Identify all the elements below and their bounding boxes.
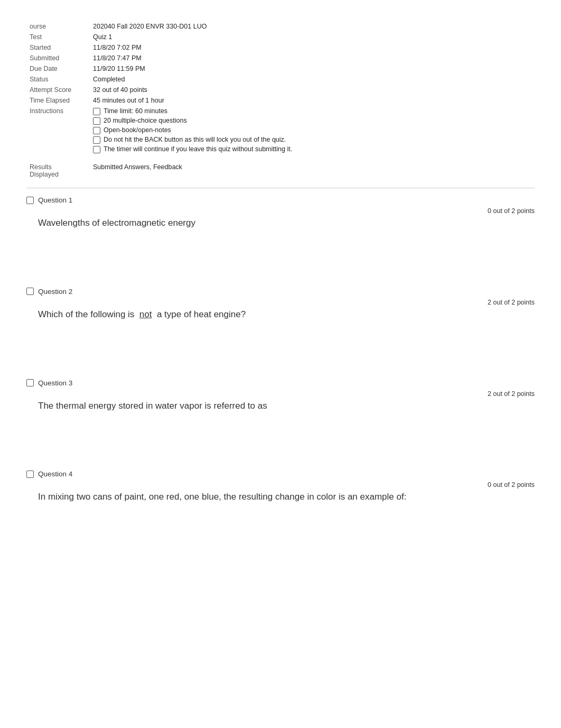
instruction-text: Do not hit the BACK button as this will …: [104, 136, 286, 143]
test-label: Test: [26, 32, 90, 42]
answer-area-2: [26, 321, 535, 363]
attempt-score-row: Attempt Score 32 out of 40 points: [26, 85, 396, 95]
question-block-1: Question 10 out of 2 pointsWavelengths o…: [26, 196, 535, 272]
score-text-3: 2 out of 2 points: [488, 390, 535, 398]
question-header-3: Question 3: [26, 379, 535, 387]
info-table: ourse 202040 Fall 2020 ENVR 330-D01 LUO …: [26, 21, 396, 156]
attempt-score-value: 32 out of 40 points: [90, 85, 396, 95]
results-displayed: Results Displayed Submitted Answers, Fee…: [26, 162, 535, 180]
question-block-2: Question 22 out of 2 pointsWhich of the …: [26, 288, 535, 363]
instruction-item: Do not hit the BACK button as this will …: [93, 136, 393, 144]
submitted-value: 11/8/20 7:47 PM: [90, 53, 396, 63]
test-row: Test Quiz 1: [26, 32, 396, 42]
bullet-icon: [93, 146, 100, 153]
started-row: Started 11/8/20 7:02 PM: [26, 42, 396, 53]
instruction-text: 20 multiple-choice questions: [104, 117, 187, 124]
question-score-1: 0 out of 2 points: [26, 207, 535, 215]
status-row: Status Completed: [26, 74, 396, 85]
question-score-3: 2 out of 2 points: [26, 390, 535, 398]
started-value: 11/8/20 7:02 PM: [90, 42, 396, 53]
question-block-4: Question 40 out of 2 pointsIn mixing two…: [26, 470, 535, 546]
submitted-label: Submitted: [26, 53, 90, 63]
attempt-score-label: Attempt Score: [26, 85, 90, 95]
status-value: Completed: [90, 74, 396, 85]
question-icon-1: [26, 197, 34, 204]
time-elapsed-value: 45 minutes out of 1 hour: [90, 95, 396, 106]
question-icon-4: [26, 471, 34, 478]
question-title-3: Question 3: [38, 379, 72, 387]
bullet-icon: [93, 136, 100, 144]
question-title-1: Question 1: [38, 196, 72, 204]
question-title-4: Question 4: [38, 470, 72, 478]
score-text-2: 2 out of 2 points: [488, 299, 535, 306]
due-date-label: Due Date: [26, 63, 90, 74]
instruction-item: The timer will continue if you leave thi…: [93, 145, 393, 153]
submitted-row: Submitted 11/8/20 7:47 PM: [26, 53, 396, 63]
bullet-icon: [93, 117, 100, 125]
question-text-4: In mixing two cans of paint, one red, on…: [38, 491, 535, 503]
course-value: 202040 Fall 2020 ENVR 330-D01 LUO: [90, 21, 396, 32]
due-date-row: Due Date 11/9/20 11:59 PM: [26, 63, 396, 74]
question-text-1: Wavelengths of electromagnetic energy: [38, 217, 535, 229]
time-elapsed-label: Time Elapsed: [26, 95, 90, 106]
bullet-icon: [93, 127, 100, 134]
question-score-4: 0 out of 2 points: [26, 481, 535, 489]
questions-container: Question 10 out of 2 pointsWavelengths o…: [26, 196, 535, 546]
status-label: Status: [26, 74, 90, 85]
question-text-2: Which of the following is not a type of …: [38, 308, 535, 321]
instructions-row: Instructions Time limit: 60 minutes20 mu…: [26, 106, 396, 156]
question-header-2: Question 2: [26, 288, 535, 296]
section-divider: [26, 188, 535, 188]
score-text-1: 0 out of 2 points: [488, 207, 535, 215]
instructions-label: Instructions: [26, 106, 90, 156]
question-header-4: Question 4: [26, 470, 535, 478]
question-block-3: Question 32 out of 2 pointsThe thermal e…: [26, 379, 535, 455]
results-value: Submitted Answers, Feedback: [90, 162, 185, 172]
question-text-3: The thermal energy stored in water vapor…: [38, 400, 535, 412]
score-text-4: 0 out of 2 points: [488, 481, 535, 489]
started-label: Started: [26, 42, 90, 53]
time-elapsed-row: Time Elapsed 45 minutes out of 1 hour: [26, 95, 396, 106]
instruction-item: 20 multiple-choice questions: [93, 117, 393, 125]
course-row: ourse 202040 Fall 2020 ENVR 330-D01 LUO: [26, 21, 396, 32]
instruction-item: Open-book/open-notes: [93, 126, 393, 134]
instruction-text: Open-book/open-notes: [104, 126, 171, 134]
question-header-1: Question 1: [26, 196, 535, 204]
instructions-list-cell: Time limit: 60 minutes20 multiple-choice…: [90, 106, 396, 156]
instruction-text: The timer will continue if you leave thi…: [104, 145, 292, 153]
instruction-text: Time limit: 60 minutes: [104, 107, 167, 115]
results-displayed-label: Displayed: [30, 171, 87, 178]
question-icon-3: [26, 379, 34, 386]
question-icon-2: [26, 288, 34, 295]
test-value: Quiz 1: [90, 32, 396, 42]
due-date-value: 11/9/20 11:59 PM: [90, 63, 396, 74]
results-label: Results: [30, 163, 87, 171]
answer-area-1: [26, 229, 535, 272]
course-label: ourse: [26, 21, 90, 32]
answer-area-3: [26, 412, 535, 454]
question-title-2: Question 2: [38, 288, 72, 296]
question-score-2: 2 out of 2 points: [26, 299, 535, 306]
instruction-item: Time limit: 60 minutes: [93, 107, 393, 115]
answer-area-4: [26, 503, 535, 546]
instructions-list: Time limit: 60 minutes20 multiple-choice…: [93, 107, 393, 153]
bullet-icon: [93, 108, 100, 115]
